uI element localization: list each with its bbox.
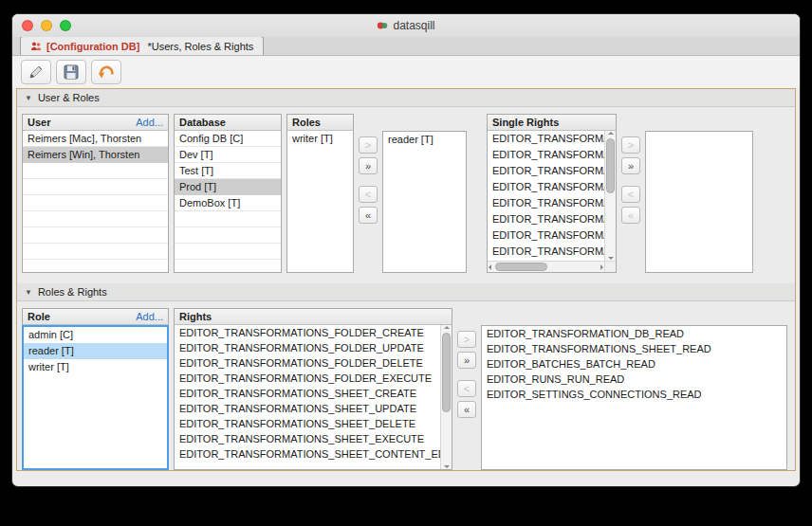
list-item[interactable]: EDITOR_TRANSFORMATIONS_FOLDER_CREATE [175,325,440,340]
user-roles-panels: User Add... Reimers [Mac], ThorstenReime… [17,107,795,283]
list-item[interactable]: EDITOR_TRANSFORMATION [488,163,604,179]
list-item[interactable]: DemoBox [T] [175,195,281,211]
roles-available-list[interactable]: writer [T] [286,131,354,273]
role-list[interactable]: admin [C]reader [T]writer [T] [22,325,169,470]
scrollbar-thumb[interactable] [495,263,547,271]
move-right-button[interactable]: > [621,136,640,154]
add-role-link[interactable]: Add... [136,309,163,324]
single-rights-list-wrap: EDITOR_TRANSFORMATIONEDITOR_TRANSFORMATI… [487,131,617,273]
list-item[interactable]: EDITOR_TRANSFORMATIONS_SHEET_UPDATE [175,401,440,416]
window-title-text: datasqill [393,19,434,32]
vertical-scrollbar[interactable] [440,325,452,469]
list-item[interactable]: EDITOR_TRANSFORMATION [488,227,604,244]
section-header-user-roles[interactable]: ▼ User & Roles [17,89,795,107]
save-icon [63,63,80,81]
users-icon [30,41,42,52]
horizontal-scrollbar[interactable] [488,261,604,272]
user-panel-title: User [28,115,50,130]
list-item[interactable]: EDITOR_TRANSFORMATION_DB_READ [482,326,786,341]
rights-panel-title: Rights [179,309,212,324]
list-item[interactable]: Reimers [Win], Thorsten [23,147,168,163]
close-button[interactable] [22,20,33,31]
list-item[interactable]: reader [T] [24,343,167,359]
list-item[interactable]: Config DB [C] [175,131,281,147]
list-item[interactable]: EDITOR_TRANSFORMATION [488,147,604,163]
role-panel-title: Role [28,309,50,324]
move-all-left-button[interactable]: « [621,207,640,224]
scrollbar-corner [604,261,616,272]
move-all-right-button[interactable]: » [457,352,476,369]
zoom-button[interactable] [60,20,71,31]
user-list[interactable]: Reimers [Mac], ThorstenReimers [Win], Th… [22,131,169,273]
list-item[interactable]: EDITOR_SETTINGS_CONNECTIONS_READ [482,387,786,402]
section-title-user-roles: User & Roles [38,92,100,103]
move-all-left-button[interactable]: « [359,207,378,224]
save-button[interactable] [56,60,86,84]
role-panel-header: Role Add... [22,308,169,325]
edit-button[interactable] [21,60,51,84]
move-left-button[interactable]: < [457,380,476,397]
collapse-icon: ▼ [25,288,32,297]
role-panel: Role Add... admin [C]reader [T]writer [T… [22,308,169,470]
rights-transfer-buttons: > » < « [457,331,476,418]
vertical-scrollbar[interactable] [604,131,616,261]
move-right-button[interactable]: > [457,331,476,348]
single-rights-assigned-list[interactable] [645,131,753,273]
add-user-link[interactable]: Add... [136,115,163,130]
list-item[interactable]: admin [C] [24,327,167,343]
move-all-left-button[interactable]: « [457,401,476,418]
section-header-roles-rights[interactable]: ▼ Roles & Rights [17,283,795,301]
tab-users-roles-rights[interactable]: [Configuration DB] *Users, Roles & Right… [20,36,264,55]
move-all-right-button[interactable]: » [359,157,378,174]
list-item[interactable]: EDITOR_TRANSFORMATIONS_SHEET_READ [482,341,786,356]
list-item[interactable]: EDITOR_TRANSFORMATIONS_SHEET_EXECUTE [175,431,440,446]
roles-assigned-list[interactable]: reader [T] [382,131,467,273]
list-item[interactable]: writer [T] [24,359,167,375]
tab-page-label: *Users, Roles & Rights [144,41,253,52]
list-item[interactable]: EDITOR_TRANSFORMATION [488,179,604,195]
list-item[interactable]: EDITOR_TRANSFORMATION [488,131,604,147]
single-rights-available-list[interactable]: EDITOR_TRANSFORMATIONEDITOR_TRANSFORMATI… [488,131,616,260]
window-controls [22,20,71,31]
tab-db-label: [Configuration DB] [46,41,139,52]
list-item[interactable]: writer [T] [287,131,353,147]
user-panel: User Add... Reimers [Mac], ThorstenReime… [22,114,169,273]
single-rights-transfer-buttons: > » < « [621,136,640,224]
list-item[interactable]: Dev [T] [175,147,281,163]
move-right-button[interactable]: > [359,136,378,154]
list-item[interactable]: EDITOR_TRANSFORMATION [488,195,604,211]
list-item[interactable]: EDITOR_TRANSFORMATIONS_FOLDER_EXECUTE [175,371,440,386]
list-item[interactable]: EDITOR_RUNS_RUN_READ [482,372,786,387]
database-panel: Database Config DB [C]Dev [T]Test [T]Pro… [174,114,282,273]
scrollbar-thumb[interactable] [442,333,451,412]
list-item[interactable]: EDITOR_TRANSFORMATIONS_SHEET_DELETE [175,416,440,431]
list-item[interactable]: EDITOR_BATCHES_BATCH_READ [482,356,786,372]
section-title-roles-rights: Roles & Rights [38,286,107,298]
list-item[interactable]: Test [T] [175,163,281,179]
rights-available-list[interactable]: EDITOR_TRANSFORMATIONS_FOLDER_CREATEEDIT… [175,325,452,462]
collapse-icon: ▼ [25,94,32,102]
roles-panel-title: Roles [292,115,321,130]
list-item[interactable]: EDITOR_TRANSFORMATIONS_SHEET_CREATE [175,386,440,401]
rights-assigned-list[interactable]: EDITOR_TRANSFORMATION_DB_READEDITOR_TRAN… [481,325,787,470]
list-item[interactable]: EDITOR_TRANSFORMATION [488,244,604,260]
scrollbar-thumb[interactable] [606,138,615,193]
list-item[interactable]: reader [T] [383,132,466,148]
roles-transfer-buttons: > » < « [359,136,378,224]
database-list[interactable]: Config DB [C]Dev [T]Test [T]Prod [T]Demo… [174,131,282,273]
undo-button[interactable] [91,60,121,84]
list-item[interactable]: EDITOR_TRANSFORMATIONS_FOLDER_UPDATE [175,340,440,355]
move-all-right-button[interactable]: » [621,157,640,174]
list-item[interactable]: Reimers [Mac], Thorsten [23,131,168,147]
minimize-button[interactable] [41,20,52,31]
list-item[interactable]: EDITOR_TRANSFORMATION [488,211,604,227]
list-item[interactable]: EDITOR_TRANSFORMATIONS_SHEET_CONTENT_EDI… [175,446,440,462]
list-item[interactable]: Prod [T] [175,179,281,195]
window-title: datasqill [377,19,434,32]
list-item[interactable]: EDITOR_TRANSFORMATIONS_FOLDER_DELETE [175,355,440,371]
database-panel-header: Database [174,114,282,131]
single-rights-panel-header: Single Rights [487,114,617,131]
move-left-button[interactable]: < [621,186,640,203]
app-window: datasqill [Configuration DB] *Users, Rol… [11,13,801,487]
move-left-button[interactable]: < [359,186,378,203]
